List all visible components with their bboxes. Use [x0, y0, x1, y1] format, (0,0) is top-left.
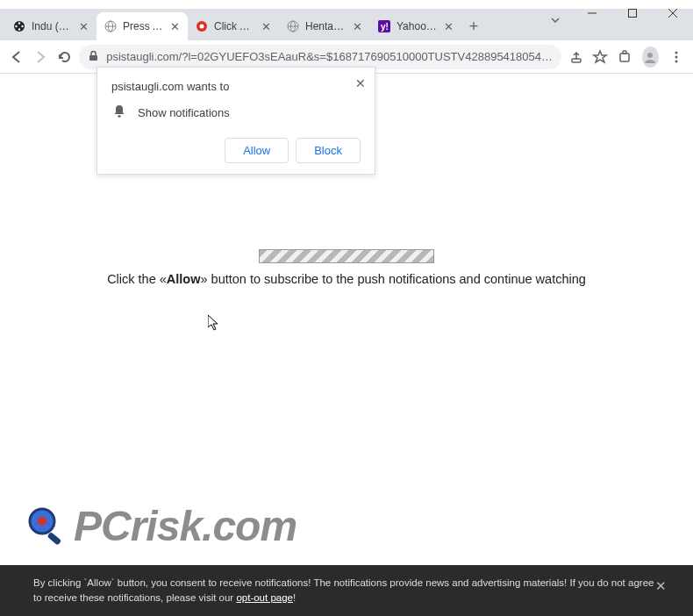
magnifier-icon — [26, 505, 68, 548]
globe-icon — [286, 19, 300, 33]
svg-point-7 — [18, 28, 20, 30]
share-icon[interactable] — [567, 45, 585, 69]
svg-point-8 — [15, 25, 17, 27]
svg-point-26 — [675, 55, 678, 58]
tab-close-icon[interactable]: ✕ — [77, 20, 89, 32]
progress-loader — [259, 249, 434, 263]
red-favicon-icon — [195, 19, 209, 33]
chevron-down-icon[interactable] — [549, 14, 561, 30]
svg-rect-19 — [89, 55, 97, 61]
film-icon — [12, 19, 26, 33]
block-button[interactable]: Block — [296, 138, 361, 163]
svg-rect-23 — [623, 51, 626, 54]
tab-close-icon[interactable]: ✕ — [351, 20, 363, 32]
svg-rect-22 — [620, 54, 629, 61]
svg-marker-29 — [208, 315, 218, 330]
consent-close-icon[interactable]: ✕ — [655, 577, 667, 597]
svg-rect-20 — [572, 59, 581, 62]
forward-button[interactable] — [31, 45, 49, 69]
svg-point-28 — [118, 115, 121, 118]
permission-site-text: psistaugli.com wants to — [111, 80, 361, 93]
svg-point-13 — [200, 25, 204, 29]
new-tab-button[interactable]: + — [461, 14, 486, 39]
watermark-text: PCrisk.com — [74, 502, 296, 550]
permission-close-icon[interactable]: ✕ — [355, 76, 366, 90]
svg-point-31 — [38, 517, 46, 526]
address-bar[interactable]: psistaugli.com/?l=02GYUEFO3sEAauR&s=$168… — [79, 45, 561, 69]
svg-text:y!: y! — [381, 22, 389, 32]
allow-button[interactable]: Allow — [225, 138, 289, 163]
lock-icon — [88, 50, 99, 64]
yahoo-favicon-icon: y! — [377, 19, 391, 33]
tab-1[interactable]: Press Allo ✕ — [96, 12, 188, 40]
permission-label: Show notifications — [138, 106, 230, 119]
svg-point-5 — [18, 22, 20, 24]
svg-rect-1 — [629, 10, 637, 18]
tab-close-icon[interactable]: ✕ — [168, 20, 181, 32]
watermark: PCrisk.com — [26, 502, 296, 550]
extensions-icon[interactable] — [615, 45, 633, 69]
consent-bar: ✕ By clicking `Allow` button, you consen… — [0, 565, 693, 617]
globe-icon — [104, 19, 118, 33]
tab-3[interactable]: Hentai Ha ✕ — [279, 12, 370, 40]
tab-close-icon[interactable]: ✕ — [260, 20, 272, 32]
tab-title: Indu (202 — [32, 20, 72, 32]
window-minimize-button[interactable] — [572, 0, 612, 26]
window-close-button[interactable] — [653, 0, 693, 26]
bookmark-star-icon[interactable] — [590, 45, 609, 69]
profile-avatar-icon[interactable] — [642, 47, 658, 68]
svg-rect-32 — [47, 532, 62, 546]
permission-dialog: ✕ psistaugli.com wants to Show notificat… — [96, 67, 375, 175]
tab-close-icon[interactable]: ✕ — [442, 20, 454, 32]
tab-title: Press Allo — [123, 20, 163, 32]
svg-point-25 — [675, 51, 678, 54]
content-message: Click the «Allow» button to subscribe to… — [0, 272, 693, 286]
back-button[interactable] — [7, 45, 25, 69]
svg-point-24 — [647, 53, 653, 58]
url-text: psistaugli.com/?l=02GYUEFO3sEAauR&s=$168… — [106, 50, 553, 63]
window-maximize-button[interactable] — [612, 0, 653, 26]
tab-title: Yahoo | M — [397, 20, 437, 32]
svg-point-6 — [21, 25, 23, 27]
consent-line1: By clicking `Allow` button, you consent … — [33, 577, 628, 588]
tab-title: Hentai Ha — [305, 20, 346, 32]
tab-4[interactable]: y! Yahoo | M ✕ — [370, 12, 461, 40]
tab-title: Click Allo — [214, 20, 254, 32]
svg-marker-21 — [594, 51, 606, 62]
mouse-cursor-icon — [208, 315, 220, 334]
tab-2[interactable]: Click Allo ✕ — [188, 12, 279, 40]
opt-out-link[interactable]: opt-out page — [236, 592, 293, 603]
reload-button[interactable] — [55, 45, 74, 69]
consent-line2-suffix: ! — [293, 592, 296, 603]
menu-icon[interactable] — [668, 45, 686, 69]
bell-icon — [111, 104, 127, 122]
tab-0[interactable]: Indu (202 ✕ — [5, 12, 96, 40]
svg-point-27 — [675, 60, 678, 62]
